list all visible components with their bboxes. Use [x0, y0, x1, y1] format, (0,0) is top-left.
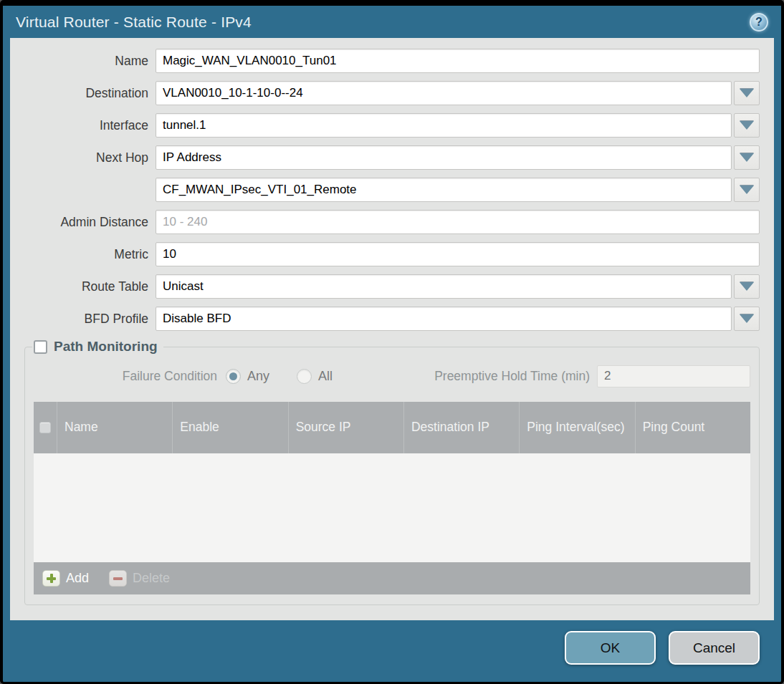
chevron-down-icon	[740, 314, 754, 323]
bfd-profile-label: BFD Profile	[24, 312, 156, 327]
form-row-bfd-profile: BFD Profile	[24, 307, 760, 331]
bfd-profile-input[interactable]	[156, 307, 732, 331]
table-header-row: Name Enable Source IP Destination IP Pin…	[34, 402, 750, 453]
destination-label: Destination	[24, 86, 156, 101]
next-hop-address-input[interactable]	[156, 178, 732, 202]
form-row-metric: Metric	[24, 242, 760, 266]
help-icon[interactable]: ?	[750, 13, 768, 32]
table-header-destination-ip[interactable]: Destination IP	[404, 402, 520, 453]
add-button[interactable]: Add	[42, 570, 89, 587]
path-monitoring-title: Path Monitoring	[54, 339, 158, 355]
radio-all-label: All	[318, 369, 333, 384]
failure-condition-any-option[interactable]: Any	[226, 369, 269, 384]
minus-icon	[109, 570, 127, 587]
name-label: Name	[24, 54, 156, 69]
next-hop-label: Next Hop	[24, 150, 156, 165]
form-row-name: Name	[24, 49, 760, 73]
metric-input[interactable]	[156, 242, 760, 266]
bfd-profile-dropdown-button[interactable]	[734, 307, 760, 331]
cancel-button[interactable]: Cancel	[669, 631, 760, 665]
preemptive-hold-time-label: Preemptive Hold Time (min)	[360, 369, 597, 384]
failure-condition-label: Failure Condition	[34, 369, 226, 384]
admin-distance-label: Admin Distance	[24, 215, 156, 230]
select-all-checkbox[interactable]	[39, 422, 51, 433]
path-monitoring-table: Name Enable Source IP Destination IP Pin…	[34, 402, 750, 594]
failure-condition-all-option[interactable]: All	[297, 369, 333, 384]
plus-icon	[42, 570, 60, 587]
form-row-next-hop: Next Hop	[24, 145, 760, 170]
chevron-down-icon	[740, 153, 754, 162]
route-table-dropdown-button[interactable]	[734, 274, 760, 299]
form-row-next-hop-address	[24, 178, 760, 202]
next-hop-type-dropdown-button[interactable]	[734, 145, 760, 170]
chevron-down-icon	[740, 282, 754, 291]
interface-input[interactable]	[156, 113, 732, 138]
admin-distance-input[interactable]	[156, 210, 760, 234]
table-body-empty	[34, 453, 750, 562]
chevron-down-icon	[740, 186, 754, 194]
form-row-destination: Destination	[24, 81, 760, 105]
table-header-select-all[interactable]	[34, 402, 57, 453]
table-toolbar: Add Delete	[34, 562, 750, 594]
add-button-label: Add	[66, 571, 89, 586]
metric-label: Metric	[24, 247, 156, 262]
form-panel: Name Destination Interface Next Hop Admi…	[10, 38, 774, 620]
table-header-name[interactable]: Name	[57, 402, 173, 453]
table-header-ping-interval[interactable]: Ping Interval(sec)	[520, 402, 635, 453]
next-hop-type-input[interactable]	[156, 145, 732, 170]
route-table-input[interactable]	[156, 274, 732, 299]
route-table-label: Route Table	[24, 279, 156, 294]
chevron-down-icon	[740, 89, 754, 97]
preemptive-hold-time-input[interactable]	[597, 365, 750, 387]
form-row-interface: Interface	[24, 113, 760, 138]
destination-dropdown-button[interactable]	[734, 81, 760, 105]
delete-button-label: Delete	[133, 571, 170, 586]
interface-dropdown-button[interactable]	[734, 113, 760, 138]
next-hop-address-dropdown-button[interactable]	[734, 178, 760, 202]
dialog-titlebar: Virtual Router - Static Route - IPv4 ?	[3, 6, 781, 38]
path-monitoring-checkbox[interactable]	[34, 340, 47, 354]
interface-label: Interface	[24, 118, 156, 133]
dialog-title: Virtual Router - Static Route - IPv4	[16, 14, 252, 31]
static-route-dialog: Virtual Router - Static Route - IPv4 ? N…	[0, 0, 784, 684]
radio-any-icon[interactable]	[226, 369, 241, 384]
path-monitoring-fieldset: Path Monitoring Failure Condition Any Al…	[24, 339, 760, 605]
ok-button[interactable]: OK	[565, 631, 656, 665]
dialog-footer: OK Cancel	[3, 620, 781, 682]
delete-button[interactable]: Delete	[109, 570, 170, 587]
chevron-down-icon	[740, 121, 754, 130]
table-header-source-ip[interactable]: Source IP	[289, 402, 404, 453]
form-row-admin-distance: Admin Distance	[24, 210, 760, 234]
form-row-route-table: Route Table	[24, 274, 760, 299]
name-input[interactable]	[156, 49, 760, 73]
destination-input[interactable]	[156, 81, 732, 105]
path-monitoring-legend: Path Monitoring	[32, 339, 163, 355]
failure-condition-row: Failure Condition Any All Preemptive Hol…	[34, 360, 750, 392]
table-header-ping-count[interactable]: Ping Count	[636, 402, 750, 453]
radio-all-icon[interactable]	[297, 369, 312, 384]
table-header-enable[interactable]: Enable	[173, 402, 288, 453]
radio-any-label: Any	[247, 369, 269, 384]
